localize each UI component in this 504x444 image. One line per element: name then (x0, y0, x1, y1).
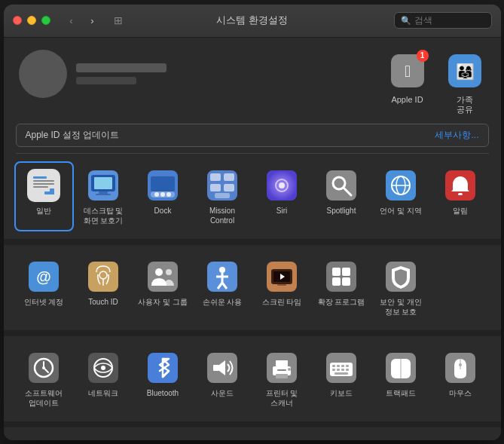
apple-id-icon-item[interactable]:  1 Apple ID (386, 50, 429, 105)
notification-icon (444, 169, 477, 202)
software-update-item[interactable]: 소프트웨어 업데이트 (16, 345, 72, 412)
trackpad-label: 트랙패드 (386, 388, 416, 398)
touch-id-item[interactable]: Touch ID (75, 254, 132, 321)
search-box[interactable]: 🔍 (394, 12, 492, 29)
screen-time-item[interactable]: 스크린 타임 (254, 254, 310, 321)
time-machine-item[interactable]: Time Machine (313, 436, 370, 440)
svg-rect-89 (346, 369, 349, 371)
sound-label: 사운드 (211, 388, 234, 398)
svg-point-45 (155, 268, 163, 276)
divider-1 (16, 153, 489, 154)
minimize-button[interactable] (27, 16, 36, 25)
svg-rect-78 (277, 369, 286, 371)
software-update-label: 소프트웨어 업데이트 (19, 388, 69, 408)
grid-view-button[interactable]: ⊞ (109, 14, 127, 27)
top-section:  1 Apple ID 👨‍👩‍👧 가족 공유 (4, 38, 501, 124)
svg-rect-4 (29, 170, 59, 201)
svg-rect-59 (342, 268, 350, 276)
profile-name-bar (76, 63, 166, 72)
svg-rect-24 (224, 173, 234, 181)
sound-icon (206, 351, 239, 384)
profiles-item[interactable]: 프로파일 (432, 436, 489, 440)
update-banner-link[interactable]: 세부사항... (435, 129, 478, 142)
desktop-item[interactable]: 데스크탑 및 화면 보호기 (75, 163, 132, 230)
svg-rect-77 (276, 374, 288, 378)
icon-grid-1: 일반 데스크탑 및 화면 보호기 Dock (16, 163, 489, 230)
update-banner-text: Apple ID 설정 업데이트 (26, 129, 120, 142)
svg-point-30 (279, 182, 285, 188)
trackpad-item[interactable]: 트랙패드 (373, 345, 429, 412)
apple-id-icon-wrap:  1 (386, 50, 429, 92)
general-icon (27, 169, 60, 202)
family-sharing-label: 가족 공유 (457, 95, 473, 115)
internet-accounts-label: 인터넷 계정 (24, 297, 64, 307)
network-item[interactable]: 네트워크 (75, 345, 132, 412)
dock-item[interactable]: Dock (135, 163, 191, 230)
bluetooth-item[interactable]: Bluetooth (135, 345, 191, 412)
keyboard-icon (325, 351, 358, 384)
startup-disk-item[interactable]: 시동 디스크 (373, 436, 429, 440)
family-sharing-icon: 👨‍👩‍👧 (447, 53, 483, 89)
svg-rect-57 (326, 262, 356, 292)
svg-rect-14 (99, 191, 108, 194)
keyboard-item[interactable]: 키보드 (313, 345, 370, 412)
section-gap-3 (4, 421, 501, 427)
display-item[interactable]: 디스플레이 (16, 436, 72, 440)
screen-time-label: 스크린 타임 (262, 297, 302, 307)
sidecar-item[interactable]: Sidecar (75, 436, 132, 440)
mission-control-label: Mission Control (197, 206, 248, 225)
printer-item[interactable]: 프린터 및 스캐너 (254, 345, 310, 412)
svg-rect-88 (341, 369, 344, 371)
svg-text:@: @ (36, 268, 51, 285)
svg-rect-86 (332, 369, 335, 371)
nav-buttons: ‹ › (63, 14, 102, 27)
svg-point-48 (219, 267, 225, 273)
family-sharing-icon-item[interactable]: 👨‍👩‍👧 가족 공유 (444, 50, 486, 115)
mouse-item[interactable]: 마우스 (432, 345, 489, 412)
extensions-item[interactable]: 확장 프로그램 (313, 254, 370, 321)
general-item[interactable]: 일반 (16, 163, 72, 230)
sharing-item[interactable]: 공유 (254, 436, 310, 440)
security-icon (384, 260, 417, 293)
energy-saver-item[interactable]: 에너지 절약 (135, 436, 191, 440)
svg-rect-15 (96, 194, 111, 195)
maximize-button[interactable] (41, 16, 50, 25)
mouse-label: 마우스 (449, 388, 472, 398)
svg-text::  (404, 62, 410, 81)
spotlight-item[interactable]: Spotlight (313, 163, 370, 230)
users-groups-item[interactable]: 사용자 및 그룹 (135, 254, 191, 321)
svg-rect-85 (346, 365, 349, 367)
security-item[interactable]: 보안 및 개인 정보 보호 (373, 254, 429, 321)
svg-rect-87 (337, 369, 340, 371)
date-time-item[interactable]: 날짜 및 시간 (194, 436, 251, 440)
svg-point-79 (288, 368, 291, 371)
accessibility-item[interactable]: 손쉬운 사용 (194, 254, 251, 321)
users-groups-label: 사용자 및 그룹 (138, 297, 188, 307)
search-input[interactable] (414, 15, 485, 26)
network-icon (87, 351, 120, 384)
forward-button[interactable]: › (84, 14, 102, 27)
language-item[interactable]: 언어 및 지역 (373, 163, 429, 230)
desktop-label: 데스크탑 및 화면 보호기 (78, 206, 129, 225)
titlebar: ‹ › ⊞ 시스템 환경설정 🔍 (4, 5, 501, 38)
close-button[interactable] (13, 16, 22, 25)
content-area:  1 Apple ID 👨‍👩‍👧 가족 공유 (4, 38, 501, 440)
svg-rect-90 (334, 372, 348, 375)
software-update-icon (27, 351, 60, 384)
mouse-icon (444, 351, 477, 384)
svg-rect-26 (224, 184, 234, 191)
mission-control-item[interactable]: Mission Control (194, 163, 251, 230)
notification-item[interactable]: 알림 (432, 163, 489, 230)
avatar (19, 50, 67, 98)
sound-item[interactable]: 사운드 (194, 345, 251, 412)
siri-item[interactable]: Siri (254, 163, 310, 230)
update-banner: Apple ID 설정 업데이트 세부사항... (16, 124, 489, 147)
svg-rect-8 (33, 186, 48, 188)
internet-accounts-item[interactable]: @ 인터넷 계정 (16, 254, 72, 321)
language-label: 언어 및 지역 (380, 206, 422, 216)
svg-rect-23 (210, 173, 221, 181)
svg-rect-13 (94, 177, 112, 189)
network-label: 네트워크 (88, 388, 118, 398)
printer-label: 프린터 및 스캐너 (257, 388, 307, 408)
back-button[interactable]: ‹ (63, 14, 81, 27)
